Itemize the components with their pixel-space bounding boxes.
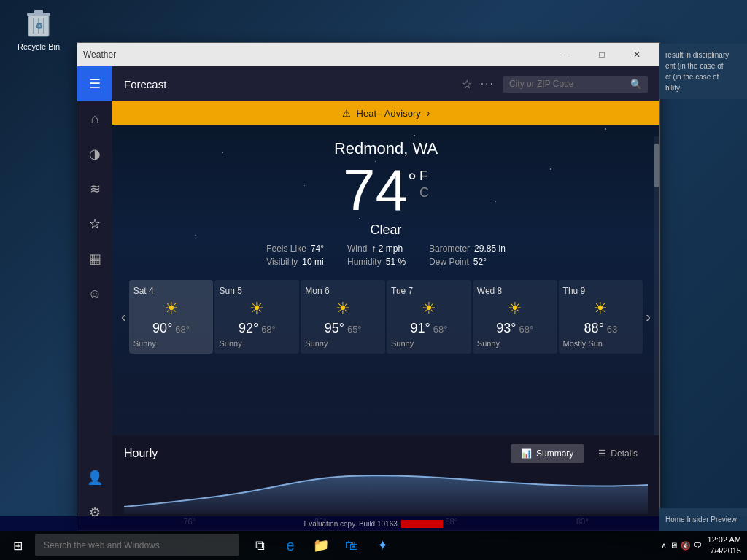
chart-icon: 📊 <box>521 448 532 459</box>
visibility-label: Visibility <box>266 257 298 267</box>
nav-account[interactable]: 👤 <box>77 460 112 495</box>
nav-history[interactable]: ≋ <box>77 171 112 206</box>
hamburger-menu[interactable]: ☰ <box>77 66 112 101</box>
forecast-day-name-1: Sun 5 <box>219 286 241 296</box>
forecast-sun-icon-1: ☀ <box>249 299 264 318</box>
detail-col-2: Wind ↑ 2 mph Humidity 51 % <box>347 244 406 267</box>
forecast-desc-0: Sunny <box>133 339 156 348</box>
wind-label: Wind <box>347 244 367 254</box>
wind-row: Wind ↑ 2 mph <box>347 244 406 254</box>
forecast-sun-icon-5: ☀ <box>593 299 608 318</box>
current-weather: Redmond, WA 74 ° F C Clear <box>112 125 659 274</box>
forecast-desc-1: Sunny <box>219 339 241 348</box>
unit-celsius[interactable]: C <box>419 185 429 201</box>
maximize-button[interactable]: □ <box>585 43 619 66</box>
forecast-temps-1: 92° 68° <box>239 321 276 336</box>
nav-life[interactable]: ☺ <box>77 276 112 311</box>
store-button[interactable]: 🛍 <box>337 531 366 560</box>
network-icon[interactable]: 🖥 <box>670 541 678 550</box>
more-options-icon[interactable]: ··· <box>481 77 495 90</box>
forecast-lo-5: 63 <box>607 324 617 335</box>
hourly-details-tab[interactable]: ☰ Details <box>588 444 648 463</box>
side-panel-text: result in disciplinary ent (in the case … <box>659 44 747 99</box>
window-title: Weather <box>83 50 550 60</box>
temperature-value: 74 <box>343 161 408 219</box>
system-tray: ∧ 🖥 🔇 🗨 <box>661 541 702 551</box>
forecast-row: ‹ Sat 4 ☀ 90° 68° Sunny Sun 5 ☀ 92° 68° … <box>112 280 659 354</box>
notification-icon[interactable]: 🗨 <box>694 541 702 550</box>
edge-button[interactable]: e <box>276 531 305 560</box>
forecast-desc-3: Sunny <box>391 339 414 348</box>
forecast-next-button[interactable]: › <box>643 308 654 325</box>
store-icon: 🛍 <box>345 538 358 553</box>
forecast-day-1[interactable]: Sun 5 ☀ 92° 68° Sunny <box>214 280 299 354</box>
nav-home[interactable]: ⌂ <box>77 101 112 136</box>
dew-point-label: Dew Point <box>429 257 469 267</box>
edge-icon: e <box>286 537 294 554</box>
forecast-lo-3: 68° <box>433 324 448 335</box>
forecast-day-name-0: Sat 4 <box>133 286 154 296</box>
advisory-text: Heat - Advisory <box>357 108 421 119</box>
sidebar: ☰ ⌂ ◑ ≋ ☆ ▦ ☺ 👤 ⚙ <box>77 66 112 530</box>
forecast-sun-icon-3: ☀ <box>422 299 436 318</box>
weather-app-button[interactable]: ✦ <box>368 531 397 560</box>
close-button[interactable]: ✕ <box>620 43 654 66</box>
forecast-temps-5: 88° 63 <box>584 321 618 336</box>
task-view-icon: ⧉ <box>255 538 265 553</box>
dew-point-value: 52° <box>473 257 487 267</box>
clock-date: 7/4/2015 <box>708 545 741 556</box>
top-bar: Forecast ☆ ··· 🔍 <box>112 66 659 101</box>
detail-col-1: Feels Like 74° Visibility 10 mi <box>266 244 324 267</box>
forecast-day-0[interactable]: Sat 4 ☀ 90° 68° Sunny <box>129 280 214 354</box>
app-body: ☰ ⌂ ◑ ≋ ☆ ▦ ☺ 👤 ⚙ Forecast ☆ ··· <box>77 66 659 530</box>
feels-like-value: 74° <box>311 244 324 254</box>
nav-news[interactable]: ◑ <box>77 136 112 171</box>
side-panel-bottom: Home Insider Preview <box>659 508 747 531</box>
forecast-day-name-3: Tue 7 <box>391 286 413 296</box>
temperature-chart <box>124 470 648 514</box>
volume-icon[interactable]: 🔇 <box>681 541 691 551</box>
hourly-summary-tab[interactable]: 📊 Summary <box>511 444 584 463</box>
chevron-up-icon[interactable]: ∧ <box>661 541 667 551</box>
forecast-hi-3: 91° <box>410 321 430 336</box>
temperature-row: 74 ° F C <box>343 161 429 219</box>
task-view-button[interactable]: ⧉ <box>245 531 274 560</box>
forecast-day-2[interactable]: Mon 6 ☀ 95° 65° Sunny <box>301 280 385 354</box>
advisory-banner[interactable]: ⚠ Heat - Advisory › <box>112 101 659 125</box>
forecast-day-4[interactable]: Wed 8 ☀ 93° 68° Sunny <box>473 280 557 354</box>
nav-places[interactable]: ▦ <box>77 241 112 276</box>
dew-point-row: Dew Point 52° <box>429 257 506 267</box>
system-clock[interactable]: 12:02 AM 7/4/2015 <box>708 534 741 557</box>
details-label: Details <box>611 448 638 459</box>
eval-bar: Evaluation copy. Build 10163. censored <box>0 516 747 531</box>
forecast-day-5[interactable]: Thu 9 ☀ 88° 63 Mostly Sun <box>559 280 643 354</box>
feels-like-label: Feels Like <box>266 244 306 254</box>
detail-col-3: Barometer 29.85 in Dew Point 52° <box>429 244 506 267</box>
hourly-title: Hourly <box>124 447 511 460</box>
forecast-prev-button[interactable]: ‹ <box>118 308 129 325</box>
start-button[interactable]: ⊞ <box>0 531 35 560</box>
humidity-label: Humidity <box>347 257 382 267</box>
search-input[interactable] <box>509 79 626 89</box>
forecast-sun-icon-0: ☀ <box>164 299 179 318</box>
home-icon: ⌂ <box>91 112 99 127</box>
degree-symbol: ° <box>408 168 417 193</box>
minimize-button[interactable]: ─ <box>550 43 584 66</box>
nav-favorites[interactable]: ☆ <box>77 206 112 241</box>
hourly-header: Hourly 📊 Summary ☰ Details <box>124 444 648 463</box>
details-icon: ☰ <box>598 448 606 459</box>
search-icon[interactable]: 🔍 <box>630 79 642 90</box>
favorite-star-icon[interactable]: ☆ <box>462 77 472 91</box>
forecast-desc-5: Mostly Sun <box>563 339 603 348</box>
recycle-bin[interactable]: ♻ Recycle Bin <box>13 7 64 51</box>
map-icon: ▦ <box>89 251 101 267</box>
forecast-hi-0: 90° <box>152 321 172 336</box>
taskbar-search-input[interactable] <box>35 534 239 556</box>
weather-taskbar-icon: ✦ <box>377 537 388 553</box>
recycle-bin-icon: ♻ <box>24 7 53 39</box>
forecast-day-3[interactable]: Tue 7 ☀ 91° 68° Sunny <box>387 280 471 354</box>
explorer-button[interactable]: 📁 <box>306 531 336 560</box>
unit-fahrenheit[interactable]: F <box>419 168 429 184</box>
search-box: 🔍 <box>503 76 648 93</box>
svg-rect-2 <box>34 10 43 14</box>
